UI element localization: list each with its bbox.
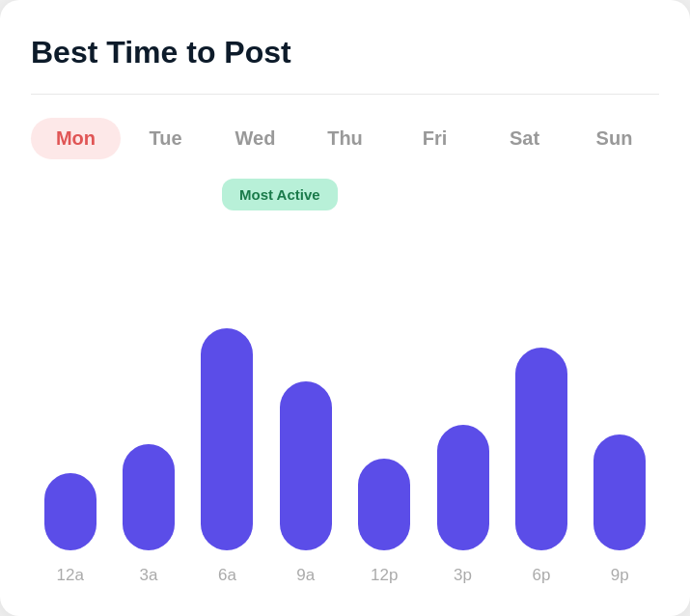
x-label-3a: 3a <box>109 566 187 585</box>
bar-9p <box>593 434 646 550</box>
bar-12a <box>44 473 97 550</box>
bar-col-9p <box>581 434 659 550</box>
bar-col-3a <box>109 444 187 550</box>
day-item-mon[interactable]: Mon <box>31 118 121 159</box>
bar-3a <box>123 444 175 550</box>
bars-area <box>31 186 659 550</box>
bar-3p <box>437 425 489 550</box>
x-label-9a: 9a <box>266 566 345 585</box>
x-label-6p: 6p <box>502 566 580 585</box>
x-label-12p: 12p <box>345 566 424 585</box>
day-item-wed[interactable]: Wed <box>210 118 300 159</box>
bar-col-12p <box>345 459 424 550</box>
bar-6p <box>515 348 567 550</box>
bar-col-6p <box>502 348 580 550</box>
page-title: Best Time to Post <box>31 35 659 70</box>
x-label-6a: 6a <box>188 566 266 585</box>
divider <box>31 94 659 95</box>
bar-12p <box>358 459 410 550</box>
chart-container: Most Active 12a3a6a9a12p3p6p9p <box>31 186 659 585</box>
day-item-thu[interactable]: Thu <box>300 118 390 159</box>
bar-6a <box>201 328 253 550</box>
most-active-badge: Most Active <box>222 179 338 210</box>
bar-col-9a <box>266 381 345 550</box>
day-item-sun[interactable]: Sun <box>569 118 659 159</box>
bar-9a <box>280 381 332 550</box>
x-labels: 12a3a6a9a12p3p6p9p <box>31 566 659 585</box>
days-row: MonTueWedThuFriSatSun <box>31 118 659 159</box>
x-label-9p: 9p <box>581 566 659 585</box>
x-label-12a: 12a <box>31 566 109 585</box>
best-time-card: Best Time to Post MonTueWedThuFriSatSun … <box>0 0 690 616</box>
day-item-sat[interactable]: Sat <box>480 118 569 159</box>
x-label-3p: 3p <box>424 566 502 585</box>
bar-col-6a <box>188 328 266 550</box>
day-item-fri[interactable]: Fri <box>390 118 480 159</box>
day-item-tue[interactable]: Tue <box>121 118 210 159</box>
bar-col-3p <box>424 425 502 550</box>
bar-col-12a <box>31 473 109 550</box>
